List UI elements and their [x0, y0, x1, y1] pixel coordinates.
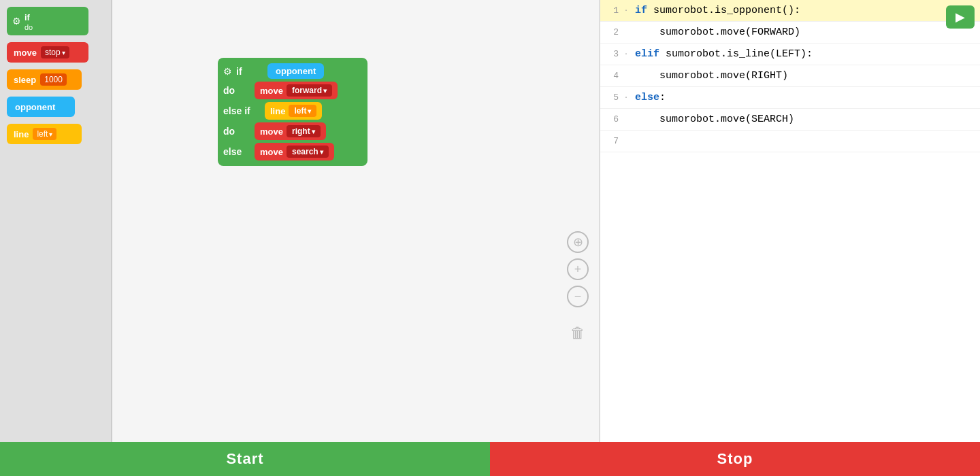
caret-icon-left: ▾ — [308, 107, 311, 115]
zoom-out-button[interactable]: − — [567, 286, 589, 307]
line-label: line — [14, 129, 29, 139]
search-dropdown[interactable]: search ▾ — [287, 146, 329, 158]
caret-icon-search: ▾ — [320, 148, 323, 156]
if-block-container[interactable]: ⚙ if opponent do move forward ▾ — [218, 58, 368, 166]
line-dot-3: · — [624, 50, 632, 58]
sidebar-if-do-block[interactable]: ⚙ if do — [7, 7, 88, 35]
else-keyword: else — [223, 146, 250, 157]
line-number-1: 1 — [600, 5, 624, 16]
sleep-label: sleep — [14, 75, 36, 85]
do-right-keyword: do — [223, 126, 250, 137]
caret-icon-right: ▾ — [312, 128, 315, 135]
sidebar-line-left-block[interactable]: line left ▾ — [7, 124, 82, 144]
sidebar-move-stop-block[interactable]: move stop ▾ — [7, 42, 88, 63]
start-button[interactable]: Start — [0, 442, 490, 476]
code-line-4: 4 sumorobot.move(RIGHT) — [600, 65, 980, 87]
zoom-in-button[interactable]: + — [567, 258, 589, 280]
sidebar: ⚙ if do move stop ▾ sleep 1000 opponent … — [0, 0, 112, 442]
do-row: do move forward ▾ — [223, 82, 362, 99]
line-number-7: 7 — [600, 136, 624, 146]
sleep-value[interactable]: 1000 — [40, 73, 67, 86]
code-line-7: 7 — [600, 131, 980, 152]
do-keyword: do — [223, 85, 250, 96]
code-content-6: sumorobot.move(SEARCH) — [632, 114, 980, 125]
canvas-area: ⚙ if opponent do move forward ▾ — [112, 0, 599, 442]
line-number-6: 6 — [600, 114, 624, 124]
do-label: do — [24, 23, 33, 31]
else-if-row: else if line left ▾ — [223, 102, 362, 120]
else-row: else move search ▾ — [223, 143, 362, 160]
dropdown-caret-icon: ▾ — [62, 49, 65, 56]
program-block[interactable]: ⚙ if opponent do move forward ▾ — [218, 58, 368, 166]
line-number-2: 2 — [600, 27, 624, 37]
code-line-2: 2 sumorobot.move(FORWARD) — [600, 22, 980, 44]
left-dropdown[interactable]: left ▾ — [33, 128, 56, 140]
line-number-3: 3 — [600, 49, 624, 59]
if-row: ⚙ if opponent — [223, 63, 362, 79]
caret-icon-fwd: ▾ — [323, 87, 327, 95]
code-line-3: 3 · elif sumorobot.is_line(LEFT): — [600, 44, 980, 65]
stop-button[interactable]: Stop — [490, 442, 980, 476]
code-line-1: 1 · if sumorobot.is_opponent(): — [600, 0, 980, 22]
code-content-2: sumorobot.move(FORWARD) — [632, 27, 980, 38]
code-panel: ▶ 1 · if sumorobot.is_opponent(): 2 sumo… — [599, 0, 980, 442]
move-label: move — [14, 48, 37, 58]
line-pill[interactable]: line left ▾ — [265, 102, 322, 120]
move-search-pill[interactable]: move search ▾ — [255, 143, 334, 160]
code-line-6: 6 sumorobot.move(SEARCH) — [600, 109, 980, 131]
play-icon: ▶ — [956, 10, 965, 24]
code-content-5: else: — [632, 92, 980, 103]
if-label: if — [24, 12, 30, 22]
sidebar-opponent-block[interactable]: opponent — [7, 97, 75, 117]
stop-dropdown[interactable]: stop ▾ — [41, 46, 69, 58]
line-dot-5: · — [624, 94, 632, 101]
gear-icon: ⚙ — [12, 16, 21, 27]
gear-icon-block: ⚙ — [223, 66, 232, 77]
move-forward-pill[interactable]: move forward ▾ — [255, 82, 338, 99]
do-right-row: do move right ▾ — [223, 122, 362, 140]
canvas-controls: ⊕ + − 🗑 — [567, 231, 589, 347]
crosshair-button[interactable]: ⊕ — [567, 231, 589, 253]
else-if-keyword: else if — [223, 105, 261, 116]
code-content-1: if sumorobot.is_opponent(): — [632, 5, 980, 16]
run-button[interactable]: ▶ — [946, 5, 975, 29]
line-number-4: 4 — [600, 71, 624, 81]
right-dropdown[interactable]: right ▾ — [287, 125, 321, 137]
code-content-4: sumorobot.move(RIGHT) — [632, 70, 980, 82]
sidebar-sleep-block[interactable]: sleep 1000 — [7, 69, 82, 90]
opponent-pill[interactable]: opponent — [267, 63, 324, 79]
line-dot-1: · — [624, 7, 632, 14]
left-dropdown-block[interactable]: left ▾ — [289, 105, 316, 117]
trash-button[interactable]: 🗑 — [567, 320, 589, 347]
forward-dropdown[interactable]: forward ▾ — [287, 84, 332, 97]
line-number-5: 5 — [600, 92, 624, 103]
code-content-3: elif sumorobot.is_line(LEFT): — [632, 48, 980, 60]
move-right-pill[interactable]: move right ▾ — [255, 122, 326, 140]
opponent-label: opponent — [15, 102, 55, 112]
if-keyword: if — [236, 66, 263, 77]
code-line-5: 5 · else: — [600, 87, 980, 109]
dropdown-caret-icon2: ▾ — [49, 131, 52, 138]
footer: Start Stop — [0, 442, 980, 476]
